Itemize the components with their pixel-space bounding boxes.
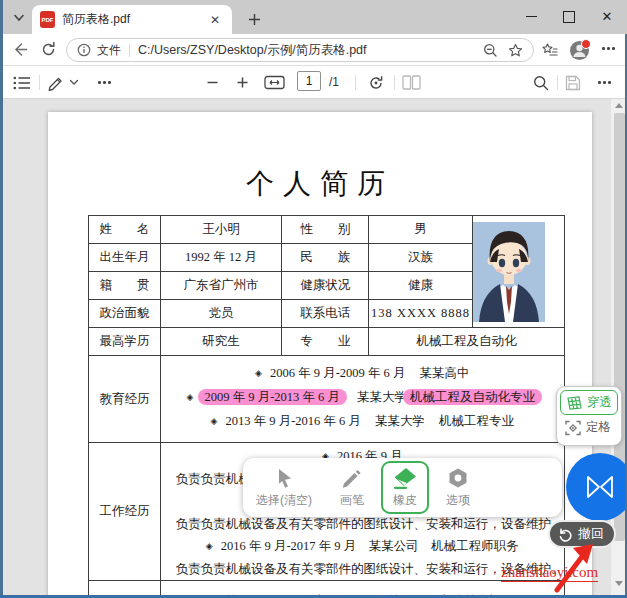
page-total-label: /1: [329, 75, 339, 89]
window-minimize-button[interactable]: [512, 0, 550, 33]
window-close-button[interactable]: ✕: [588, 0, 626, 33]
toc-icon[interactable]: [13, 73, 31, 92]
minimize-icon: [526, 16, 537, 17]
zoom-in-button[interactable]: [236, 73, 249, 92]
cursor-icon: [272, 466, 296, 490]
back-button[interactable]: [12, 41, 29, 58]
collections-icon[interactable]: [542, 43, 558, 58]
divider: [355, 75, 356, 90]
cell-value: 1992 年 12 月: [161, 244, 282, 272]
pdf-page: 个人简历 姓 名 王小明 性 别 男: [48, 112, 592, 598]
cell-value: 汉族: [369, 244, 473, 272]
pdf-viewer-canvas: 个人简历 姓 名 王小明 性 别 男: [0, 99, 627, 598]
cell-value: 138 XXXX 8888: [369, 300, 473, 328]
divider: [129, 44, 130, 57]
scroll-down-icon[interactable]: [615, 581, 623, 586]
fit-to-width-icon[interactable]: [264, 73, 285, 92]
address-bar: 文件 C:/Users/ZSY/Desktop/示例/简历表格.pdf: [0, 34, 627, 66]
divider: [557, 75, 558, 90]
cell-label: 性 别: [282, 216, 369, 244]
cell-label: 出生年月: [89, 244, 161, 272]
draw-pen-icon[interactable]: [47, 73, 65, 92]
cell-value: 健康: [369, 272, 473, 300]
options-tool[interactable]: 选项: [435, 461, 481, 514]
cell-label: 联系电话: [282, 300, 369, 328]
maximize-icon: [563, 11, 575, 23]
cell-value: 广东省广州市: [161, 272, 282, 300]
divider: [394, 75, 395, 90]
new-tab-button[interactable]: [244, 9, 264, 29]
grid-penetrate-icon: [565, 396, 582, 410]
work-item-heading: ◈2016 年 9 月-2017 年 9 月 某某公司 机械工程师职务: [161, 535, 564, 558]
cell-label: 籍 贯: [89, 272, 161, 300]
draw-dropdown-chevron-icon[interactable]: [69, 73, 79, 92]
photo-cell: [472, 216, 564, 328]
bowtie-logo-icon: [584, 474, 616, 500]
cell-label: 姓 名: [89, 216, 161, 244]
diamond-bullet-icon: ◈: [211, 416, 218, 426]
table-row: 最高学历 研究生 专 业 机械工程及自动化: [89, 328, 565, 356]
annotation-app-fab[interactable]: [566, 453, 627, 521]
pen-tool[interactable]: 画笔: [329, 461, 375, 514]
education-item: ◈2006 年 9 月-2009 年 6 月某某高中: [161, 362, 564, 386]
cell-value: 党员: [161, 300, 282, 328]
education-row: 教育经历 ◈2006 年 9 月-2009 年 6 月某某高中 ◈2009 年 …: [89, 356, 565, 443]
window-maximize-button[interactable]: [550, 0, 588, 33]
education-item-highlighted: ◈2009 年 9 月-2013 年 6 月某某大学机械工程及自动化专业: [161, 386, 564, 410]
window-border: [0, 0, 3, 598]
select-clear-tool[interactable]: 选择(清空): [245, 461, 323, 514]
cell-label: 政治面貌: [89, 300, 161, 328]
freeze-frame-icon: [565, 420, 581, 436]
save-icon: [565, 73, 581, 92]
toolbar-more-right-button[interactable]: [598, 73, 611, 92]
resume-table: 姓 名 王小明 性 别 男: [88, 215, 565, 598]
browser-tab[interactable]: PDF 简历表格.pdf ✕: [32, 5, 232, 34]
page-view-icon: [402, 73, 421, 92]
tab-strip: PDF 简历表格.pdf ✕ ✕: [0, 0, 627, 34]
scheme-label: 文件: [97, 42, 121, 59]
pdf-file-icon: PDF: [40, 11, 55, 28]
penetrate-button[interactable]: 穿透: [560, 390, 618, 415]
cell-label: 工作经历: [89, 443, 161, 581]
diamond-bullet-icon: ◈: [206, 541, 213, 551]
scroll-up-icon[interactable]: [615, 103, 623, 108]
freeze-button[interactable]: 定格: [560, 415, 618, 440]
table-row: 姓 名 王小明 性 别 男: [89, 216, 565, 244]
cell-value: 机械工程及自动化: [369, 328, 564, 356]
browser-menu-button[interactable]: [602, 47, 615, 50]
zoom-out-icon[interactable]: [483, 43, 498, 58]
tab-title: 简历表格.pdf: [62, 11, 206, 28]
diamond-bullet-icon: ◈: [255, 368, 262, 378]
education-item: ◈2013 年 9 月-2016 年 6 月某某大学机械工程专业: [161, 410, 564, 434]
pink-highlight: 2009 年 9 月-2013 年 6 月: [198, 389, 347, 405]
favorite-star-icon[interactable]: [508, 43, 523, 58]
side-tool-panel: 穿透 定格: [556, 386, 622, 446]
cell-value: 男: [369, 216, 473, 244]
toolbar-more-left-button[interactable]: [98, 73, 111, 92]
tab-close-icon[interactable]: ✕: [206, 11, 224, 29]
info-icon[interactable]: [77, 43, 91, 57]
search-icon[interactable]: [533, 73, 549, 92]
eraser-tool[interactable]: 橡皮: [381, 461, 429, 514]
profile-alert-dot: [581, 39, 591, 49]
options-icon: [446, 466, 470, 490]
url-field[interactable]: 文件 C:/Users/ZSY/Desktop/示例/简历表格.pdf: [66, 38, 534, 62]
zoom-out-button[interactable]: [206, 73, 219, 92]
eraser-icon: [392, 466, 418, 490]
pdf-toolbar: /1: [0, 66, 627, 99]
profile-avatar[interactable]: [570, 41, 589, 60]
cell-value: 研究生: [161, 328, 282, 356]
pen-icon: [340, 466, 364, 490]
page-number-input[interactable]: [297, 71, 321, 91]
cell-value: 王小明: [161, 216, 282, 244]
divider: [39, 75, 40, 90]
url-text: C:/Users/ZSY/Desktop/示例/简历表格.pdf: [138, 42, 483, 59]
red-arrow-annotation: [545, 536, 601, 594]
refresh-button[interactable]: [40, 41, 57, 58]
pink-highlight: 机械工程及自动化专业: [403, 389, 542, 405]
id-photo: [473, 222, 545, 322]
rotate-icon[interactable]: [367, 73, 385, 92]
cell-label: 健康状况: [282, 272, 369, 300]
cell-label: 民 族: [282, 244, 369, 272]
tab-search-chevron-icon[interactable]: [8, 7, 30, 29]
